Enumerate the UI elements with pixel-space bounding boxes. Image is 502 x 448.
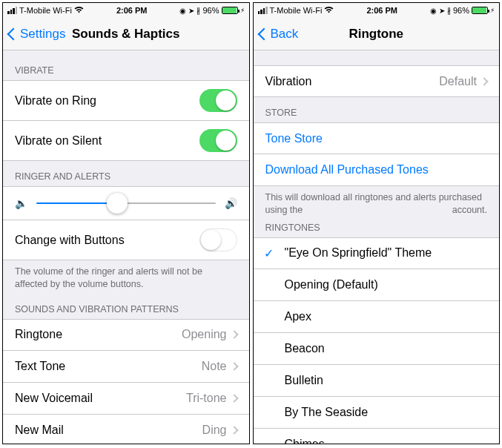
do-not-disturb-icon: ◉ bbox=[179, 7, 186, 15]
chevron-right-icon bbox=[230, 362, 238, 370]
carrier-label: T-Mobile Wi-Fi bbox=[19, 6, 72, 15]
row-value: Ding bbox=[202, 424, 227, 437]
row-vibrate-on-silent[interactable]: Vibrate on Silent bbox=[3, 121, 249, 161]
slider-thumb[interactable] bbox=[107, 193, 128, 214]
section-header-store: Store bbox=[254, 97, 500, 122]
toggle-change-with-buttons[interactable] bbox=[199, 228, 237, 251]
link-download-all: Download All Purchased Tones bbox=[265, 163, 429, 177]
row-label: Vibrate on Silent bbox=[15, 134, 102, 148]
battery-icon bbox=[472, 7, 488, 14]
ringtone-selected[interactable]: ✓ "Eye On Springfield" Theme bbox=[254, 237, 500, 269]
row-new-voicemail[interactable]: New Voicemail Tri-tone bbox=[3, 383, 249, 415]
row-value: Tri-tone bbox=[186, 392, 227, 405]
row-value: Default bbox=[439, 75, 477, 88]
chevron-left-icon bbox=[7, 27, 20, 40]
section-header-ringer: Ringer and Alerts bbox=[3, 161, 249, 186]
phone-ringtone: T-Mobile Wi-Fi 2:06 PM ◉ ➤ ∦ 96% ⚡︎ Back… bbox=[253, 2, 501, 444]
row-label: Vibration bbox=[265, 75, 312, 88]
location-icon: ➤ bbox=[188, 7, 194, 15]
status-bar: T-Mobile Wi-Fi 2:06 PM ◉ ➤ ∦ 96% ⚡︎ bbox=[254, 3, 500, 18]
phone-sounds-haptics: T-Mobile Wi-Fi 2:06 PM ◉ ➤ ∦ 96% ⚡︎ Sett… bbox=[2, 2, 250, 444]
signal-bars-icon bbox=[7, 7, 17, 14]
volume-high-icon: 🔊 bbox=[225, 197, 237, 209]
row-value: Note bbox=[202, 360, 227, 373]
section-header-vibrate: Vibrate bbox=[3, 50, 249, 80]
row-vibrate-on-ring[interactable]: Vibrate on Ring bbox=[3, 80, 249, 121]
toggle-vibrate-on-ring[interactable] bbox=[199, 89, 237, 112]
ringtone-option[interactable]: Beacon bbox=[254, 333, 500, 365]
ringtone-option[interactable]: Opening (Default) bbox=[254, 269, 500, 301]
location-icon: ➤ bbox=[439, 7, 445, 15]
battery-pct: 96% bbox=[453, 6, 469, 15]
row-label: Vibrate on Ring bbox=[15, 94, 96, 108]
wifi-icon bbox=[74, 6, 84, 15]
back-label: Settings bbox=[20, 27, 65, 42]
ringtone-name: Opening (Default) bbox=[285, 278, 378, 291]
row-tone-store[interactable]: Tone Store bbox=[254, 122, 500, 154]
toggle-vibrate-on-silent[interactable] bbox=[199, 129, 237, 152]
content-scroll[interactable]: Vibration Default Store Tone Store Downl… bbox=[254, 50, 500, 444]
back-label: Back bbox=[271, 27, 299, 42]
bluetooth-icon: ∦ bbox=[447, 7, 451, 15]
ringtone-option[interactable]: Chimes bbox=[254, 429, 500, 444]
ringtone-name: Apex bbox=[285, 310, 311, 323]
charging-icon: ⚡︎ bbox=[490, 7, 495, 14]
row-label: Change with Buttons bbox=[15, 234, 125, 247]
nav-bar: Settings Sounds & Haptics bbox=[3, 18, 249, 50]
ringtone-option[interactable]: Apex bbox=[254, 301, 500, 333]
row-vibration[interactable]: Vibration Default bbox=[254, 65, 500, 97]
back-button[interactable]: Settings bbox=[9, 27, 65, 42]
row-download-purchased[interactable]: Download All Purchased Tones bbox=[254, 154, 500, 186]
do-not-disturb-icon: ◉ bbox=[430, 7, 437, 15]
ringtone-name: By The Seaside bbox=[285, 406, 369, 419]
checkmark-icon: ✓ bbox=[254, 246, 285, 260]
ringtone-option[interactable]: By The Seaside bbox=[254, 397, 500, 429]
section-header-sounds: Sounds and Vibration Patterns bbox=[3, 294, 249, 319]
battery-icon bbox=[222, 7, 238, 14]
ringtone-name: "Eye On Springfield" Theme bbox=[285, 246, 432, 260]
row-text-tone[interactable]: Text Tone Note bbox=[3, 351, 249, 383]
back-button[interactable]: Back bbox=[260, 27, 299, 42]
ringtone-option[interactable]: Bulletin bbox=[254, 365, 500, 397]
ringtone-name: Chimes bbox=[285, 438, 325, 444]
ringtone-name: Bulletin bbox=[285, 374, 323, 387]
row-change-with-buttons[interactable]: Change with Buttons bbox=[3, 220, 249, 260]
charging-icon: ⚡︎ bbox=[240, 7, 245, 14]
status-time: 2:06 PM bbox=[366, 6, 397, 15]
ringtone-name: Beacon bbox=[285, 342, 325, 355]
chevron-right-icon bbox=[480, 77, 488, 85]
footer-text: This will download all ringtones and ale… bbox=[254, 186, 500, 220]
row-ringtone[interactable]: Ringtone Opening bbox=[3, 319, 249, 351]
status-time: 2:06 PM bbox=[116, 6, 148, 15]
signal-bars-icon bbox=[258, 7, 268, 14]
section-header-ringtones: Ringtones bbox=[254, 220, 500, 237]
volume-slider[interactable] bbox=[36, 202, 216, 204]
link-tone-store: Tone Store bbox=[265, 132, 323, 145]
row-label: New Voicemail bbox=[15, 392, 93, 405]
row-label: New Mail bbox=[15, 424, 64, 437]
chevron-right-icon bbox=[230, 331, 238, 339]
chevron-right-icon bbox=[230, 426, 238, 434]
row-new-mail[interactable]: New Mail Ding bbox=[3, 415, 249, 444]
status-bar: T-Mobile Wi-Fi 2:06 PM ◉ ➤ ∦ 96% ⚡︎ bbox=[3, 3, 249, 18]
row-label: Ringtone bbox=[15, 328, 62, 341]
volume-slider-row: 🔈 🔊 bbox=[3, 186, 249, 220]
nav-bar: Back Ringtone bbox=[254, 18, 500, 50]
carrier-label: T-Mobile Wi-Fi bbox=[270, 6, 323, 15]
bluetooth-icon: ∦ bbox=[196, 7, 200, 15]
row-label: Text Tone bbox=[15, 360, 65, 373]
row-value: Opening bbox=[182, 328, 227, 341]
chevron-left-icon bbox=[257, 27, 270, 40]
content-scroll[interactable]: Vibrate Vibrate on Ring Vibrate on Silen… bbox=[3, 50, 249, 444]
chevron-right-icon bbox=[230, 394, 238, 402]
volume-low-icon: 🔈 bbox=[15, 197, 27, 209]
wifi-icon bbox=[324, 6, 334, 15]
battery-pct: 96% bbox=[202, 6, 219, 15]
footer-text: The volume of the ringer and alerts will… bbox=[3, 260, 249, 294]
